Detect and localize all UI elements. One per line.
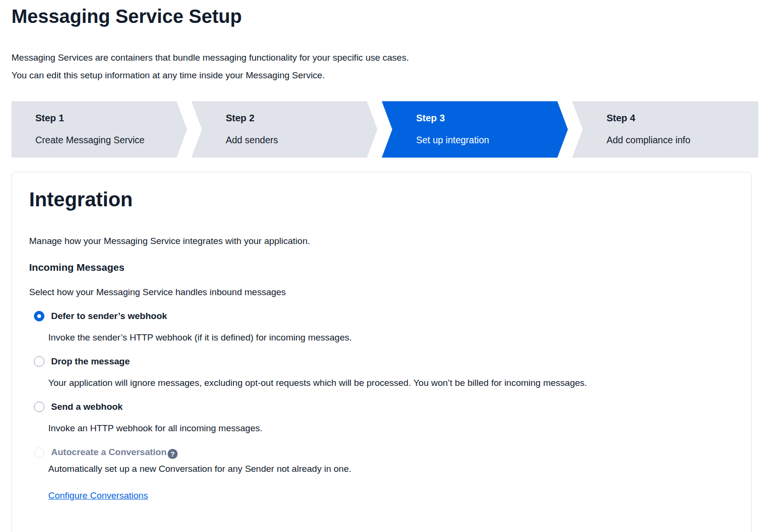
step-label: Set up integration	[416, 135, 568, 146]
option-label: Drop the message	[51, 356, 130, 367]
step-4-add-compliance-info[interactable]: Step 4 Add compliance info	[572, 101, 758, 158]
option-defer-to-senders-webhook: Defer to sender’s webhook Invoke the sen…	[34, 311, 734, 344]
step-label: Create Messaging Service	[35, 135, 187, 146]
messaging-service-setup-page: Messaging Service Setup Messaging Servic…	[0, 0, 764, 532]
option-description: Your application will ignore messages, e…	[48, 377, 734, 389]
option-autocreate-a-conversation: Autocreate a Conversation? Automatically…	[34, 447, 734, 475]
step-number: Step 3	[416, 113, 568, 124]
integration-heading: Integration	[29, 187, 734, 213]
option-label: Send a webhook	[51, 402, 123, 412]
option-description: Invoke the sender’s HTTP webhook (if it …	[48, 331, 734, 344]
step-2-add-senders[interactable]: Step 2 Add senders	[191, 101, 378, 158]
step-label: Add compliance info	[606, 135, 758, 146]
radio-defer-to-senders-webhook[interactable]	[34, 311, 44, 321]
option-label: Defer to sender’s webhook	[51, 311, 167, 321]
help-question-icon[interactable]: ?	[168, 449, 178, 459]
option-send-a-webhook: Send a webhook Invoke an HTTP webhook fo…	[34, 402, 734, 435]
option-autocreate-click-target: Autocreate a Conversation?	[34, 447, 734, 459]
option-label: Autocreate a Conversation	[51, 447, 167, 457]
integration-card: Integration Manage how your Messaging Se…	[11, 172, 752, 532]
option-defer-click-target[interactable]: Defer to sender’s webhook	[34, 311, 734, 321]
incoming-messages-heading: Incoming Messages	[29, 262, 734, 273]
page-intro: Messaging Services are containers that b…	[11, 49, 764, 84]
radio-autocreate-a-conversation-disabled	[34, 447, 44, 458]
option-send-webhook-click-target[interactable]: Send a webhook	[34, 402, 734, 412]
incoming-messages-description: Select how your Messaging Service handle…	[29, 287, 734, 298]
radio-send-a-webhook[interactable]	[34, 402, 44, 412]
option-drop-click-target[interactable]: Drop the message	[34, 356, 734, 367]
step-number: Step 1	[35, 113, 187, 124]
step-1-create-messaging-service[interactable]: Step 1 Create Messaging Service	[11, 101, 187, 158]
page-intro-line1: Messaging Services are containers that b…	[11, 49, 764, 66]
radio-drop-the-message[interactable]	[34, 356, 44, 367]
configure-conversations-link[interactable]: Configure Conversations	[48, 490, 148, 501]
setup-stepper: Step 1 Create Messaging Service Step 2 A…	[11, 101, 758, 158]
option-drop-the-message: Drop the message Your application will i…	[34, 356, 734, 389]
step-number: Step 2	[226, 113, 378, 124]
integration-description: Manage how your Messaging Service integr…	[29, 235, 734, 247]
step-3-set-up-integration[interactable]: Step 3 Set up integration	[382, 101, 568, 158]
step-number: Step 4	[606, 113, 758, 124]
page-intro-line2: You can edit this setup information at a…	[11, 66, 764, 84]
option-description: Invoke an HTTP webhook for all incoming …	[48, 422, 734, 435]
page-title: Messaging Service Setup	[11, 5, 764, 28]
step-label: Add senders	[226, 135, 378, 146]
inbound-handling-radio-group: Defer to sender’s webhook Invoke the sen…	[34, 311, 734, 475]
option-description: Automatically set up a new Conversation …	[48, 463, 734, 475]
